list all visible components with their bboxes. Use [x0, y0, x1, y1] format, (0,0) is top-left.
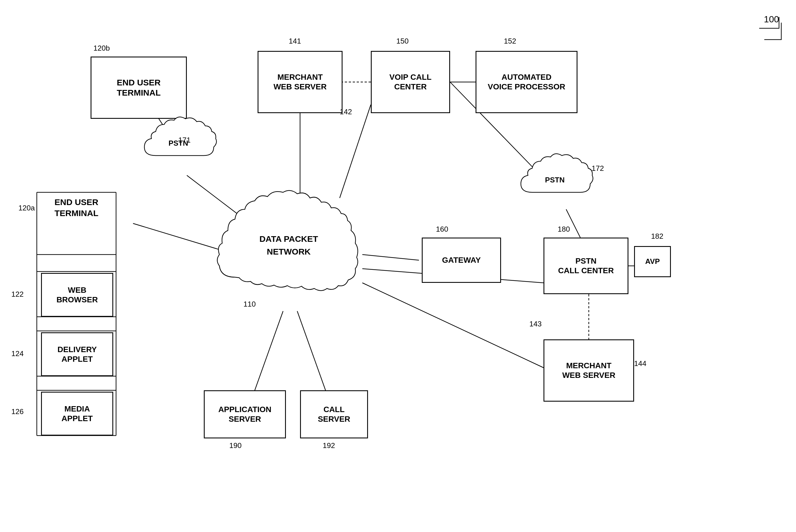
ref-172: 172 [592, 164, 604, 173]
svg-line-14 [362, 283, 543, 368]
pstn-call-center-box: PSTNCALL CENTER [543, 238, 629, 294]
ref-122: 122 [11, 290, 23, 299]
svg-line-4 [340, 104, 371, 198]
media-applet-box: MEDIAAPPLET [41, 392, 113, 436]
ref-120a: 120a [18, 204, 35, 212]
data-packet-network-cloud-shape: DATA PACKET NETWORK [212, 187, 365, 311]
svg-text:DATA PACKET: DATA PACKET [259, 234, 318, 244]
ref-142: 142 [340, 108, 352, 116]
ref-143: 143 [529, 320, 542, 328]
data-packet-network-cloud: DATA PACKET NETWORK [212, 187, 365, 311]
merchant-web-server-bottom-box: MERCHANTWEB SERVER [543, 339, 634, 402]
ref-182: 182 [651, 232, 663, 241]
ref-152: 152 [504, 37, 516, 45]
voip-call-center-box: VOIP CALLCENTER [371, 51, 450, 113]
ref-150: 150 [396, 37, 409, 45]
delivery-applet-box: DELIVERYAPPLET [41, 332, 113, 376]
ref-171: 171 [178, 136, 191, 145]
svg-line-13 [297, 311, 326, 390]
bracket-100 [754, 14, 788, 42]
svg-line-12 [255, 311, 283, 390]
pstn-right-cloud-shape: PSTN [515, 147, 594, 215]
ref-126: 126 [11, 407, 23, 416]
pstn-right-cloud: PSTN [515, 147, 594, 215]
svg-text:PSTN: PSTN [545, 176, 564, 184]
ref-180: 180 [558, 225, 570, 234]
ref-160: 160 [436, 225, 448, 234]
diagram: 100 END USERTERMINAL 120b MERCHANTWEB SE… [0, 0, 796, 532]
gateway-box: GATEWAY [422, 238, 501, 283]
ref-120b: 120b [93, 44, 110, 53]
end-user-terminal-left-label: END USERTERMINAL [44, 196, 109, 218]
svg-line-8 [362, 254, 419, 260]
call-server-box: CALLSERVER [300, 390, 368, 438]
avp-box: AVP [634, 246, 671, 277]
ref-144: 144 [634, 359, 646, 368]
ref-110: 110 [243, 300, 256, 308]
ref-124: 124 [11, 349, 23, 358]
end-user-terminal-top-box: END USERTERMINAL [91, 57, 187, 119]
ref-192: 192 [323, 441, 335, 450]
merchant-web-server-top-box: MERCHANTWEB SERVER [258, 51, 343, 113]
application-server-box: APPLICATIONSERVER [204, 390, 286, 438]
svg-text:NETWORK: NETWORK [267, 247, 311, 256]
automated-voice-processor-box: AUTOMATEDVOICE PROCESSOR [475, 51, 577, 113]
ref-190: 190 [229, 441, 241, 450]
ref-141: 141 [289, 37, 301, 45]
web-browser-box: WEBBROWSER [41, 273, 113, 317]
